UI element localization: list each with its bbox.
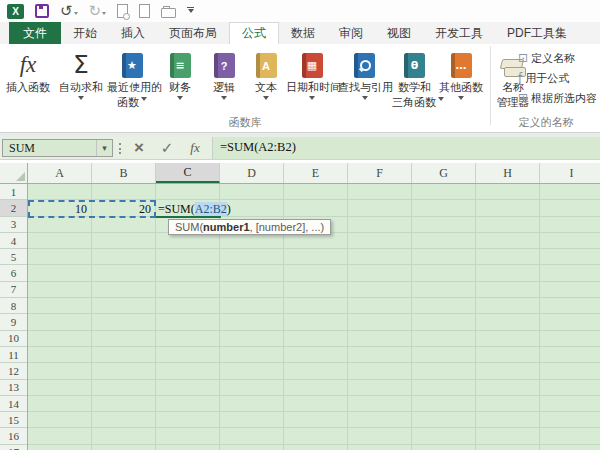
column-headers: A B C D E F G H I xyxy=(28,163,600,184)
tab-home[interactable]: 开始 xyxy=(61,22,109,44)
chevron-down-icon xyxy=(141,97,147,104)
tab-insert[interactable]: 插入 xyxy=(109,22,157,44)
undo-button[interactable]: ↺ xyxy=(60,4,78,18)
name-box[interactable]: SUM ▾ xyxy=(2,139,113,157)
column-header-d[interactable]: D xyxy=(220,163,284,183)
question-book-icon: ? xyxy=(221,60,228,72)
column-header-i[interactable]: I xyxy=(540,163,600,183)
cell-c2-edit[interactable]: =SUM(A2:B2) xyxy=(158,201,231,217)
more-functions-button[interactable]: … 其他函数 xyxy=(438,47,484,103)
tab-page-layout[interactable]: 页面布局 xyxy=(157,22,229,44)
define-name-button[interactable]: ⊡ 定义名称 xyxy=(518,50,575,66)
defined-names-group-label: 定义的名称 xyxy=(492,115,600,130)
lookup-reference-button[interactable]: 查找与引用 xyxy=(338,47,391,103)
row-headers: 1 2 3 4 5 6 7 8 9 10 11 12 13 14 15 16 1… xyxy=(0,184,28,450)
column-header-f[interactable]: F xyxy=(348,163,412,183)
logical-button[interactable]: ? 逻辑 xyxy=(203,47,245,103)
column-header-h[interactable]: H xyxy=(476,163,540,183)
financial-button[interactable]: ≡ 财务 xyxy=(158,47,202,103)
date-time-label: 日期和时间 xyxy=(286,81,338,93)
row-header-3[interactable]: 3 xyxy=(0,217,27,233)
save-icon[interactable] xyxy=(35,4,49,18)
row-header-2[interactable]: 2 xyxy=(0,200,27,216)
marching-ants-selection xyxy=(28,200,156,218)
name-box-value: SUM xyxy=(3,141,96,156)
magnifier-book-icon xyxy=(360,60,371,71)
finance-book-icon: ≡ xyxy=(175,59,184,72)
row-header-13[interactable]: 13 xyxy=(0,380,27,396)
column-header-c[interactable]: C xyxy=(156,163,220,183)
math-trig-label-line2: 三角函数 xyxy=(392,96,436,108)
row-header-10[interactable]: 10 xyxy=(0,331,27,347)
ribbon: fx 插入函数 Σ 自动求和 ★ 最近使用的 函数 ≡ 财务 ? 逻辑 A 文本 xyxy=(0,44,600,133)
row-header-16[interactable]: 16 xyxy=(0,428,27,444)
text-button[interactable]: A 文本 xyxy=(246,47,286,103)
sigma-icon: Σ xyxy=(73,52,89,78)
redo-button[interactable]: ↻ xyxy=(89,4,107,18)
redo-icon: ↻ xyxy=(89,4,102,18)
row-header-15[interactable]: 15 xyxy=(0,412,27,428)
chevron-down-icon xyxy=(221,96,227,103)
tab-view[interactable]: 视图 xyxy=(375,22,423,44)
enter-button[interactable]: ✓ xyxy=(154,138,180,158)
row-header-8[interactable]: 8 xyxy=(0,298,27,314)
formula-suffix: ) xyxy=(227,202,231,216)
column-header-b[interactable]: B xyxy=(92,163,156,183)
row-header-9[interactable]: 9 xyxy=(0,314,27,330)
tab-formulas[interactable]: 公式 xyxy=(229,22,279,44)
tab-data[interactable]: 数据 xyxy=(279,22,327,44)
recently-used-label-line1: 最近使用的 xyxy=(107,81,157,93)
row-header-1[interactable]: 1 xyxy=(0,184,27,200)
row-header-7[interactable]: 7 xyxy=(0,282,27,298)
create-from-selection-label: 根据所选内容 xyxy=(531,91,597,106)
column-header-g[interactable]: G xyxy=(412,163,476,183)
undo-icon: ↺ xyxy=(60,4,73,18)
undo-dropdown-icon[interactable] xyxy=(74,12,78,17)
redo-dropdown-icon[interactable] xyxy=(102,12,106,17)
row-header-17[interactable]: 17 xyxy=(0,445,27,450)
insert-function-button[interactable]: fx 插入函数 xyxy=(2,47,54,93)
active-cell-underline xyxy=(156,216,221,218)
cancel-button[interactable]: × xyxy=(126,138,152,158)
row-header-6[interactable]: 6 xyxy=(0,265,27,281)
chevron-down-icon: ▾ xyxy=(102,143,107,153)
column-header-e[interactable]: E xyxy=(284,163,348,183)
column-header-a[interactable]: A xyxy=(28,163,92,183)
calendar-book-icon: ▦ xyxy=(307,59,317,72)
tab-file[interactable]: 文件 xyxy=(9,22,61,44)
sheet-cells[interactable]: 10 20 =SUM(A2:B2) SUM(number1, [number2]… xyxy=(28,184,600,450)
print-preview-icon[interactable] xyxy=(117,4,128,18)
row-header-14[interactable]: 14 xyxy=(0,396,27,412)
select-all-corner[interactable] xyxy=(0,163,28,184)
customize-quick-access-button[interactable] xyxy=(187,7,194,16)
tab-pdf-tools[interactable]: PDF工具集 xyxy=(495,22,579,44)
row-header-5[interactable]: 5 xyxy=(0,249,27,265)
quick-access-toolbar: X ↺ ↻ xyxy=(0,0,600,22)
formula-input[interactable]: =SUM(A2:B2) xyxy=(212,137,600,159)
name-box-dropdown[interactable]: ▾ xyxy=(96,140,112,156)
create-from-selection-button[interactable]: ⊞ 根据所选内容 xyxy=(518,90,597,106)
row-header-11[interactable]: 11 xyxy=(0,347,27,363)
use-in-formula-button[interactable]: ƒ 用于公式 xyxy=(518,70,569,86)
row-header-12[interactable]: 12 xyxy=(0,363,27,379)
use-in-formula-label: 用于公式 xyxy=(525,71,569,86)
insert-function-fx-button[interactable]: fx xyxy=(182,138,208,158)
tab-developer[interactable]: 开发工具 xyxy=(423,22,495,44)
autosum-button[interactable]: Σ 自动求和 xyxy=(56,47,106,103)
ribbon-tab-bar: 文件 开始 插入 页面布局 公式 数据 审阅 视图 开发工具 PDF工具集 xyxy=(0,22,600,44)
florin-icon: ƒ xyxy=(518,72,522,84)
math-trig-button[interactable]: θ 数学和 三角函数 xyxy=(392,47,437,108)
chevron-down-icon xyxy=(263,96,269,103)
formula-range-ref: A2:B2 xyxy=(195,202,227,216)
tooltip-suffix: , [number2], ...) xyxy=(250,221,325,233)
chevron-down-icon xyxy=(78,96,84,103)
date-time-button[interactable]: ▦ 日期和时间 xyxy=(286,47,338,103)
recently-used-button[interactable]: ★ 最近使用的 函数 xyxy=(107,47,157,108)
open-folder-icon[interactable] xyxy=(161,8,176,18)
tooltip-current-arg: number1 xyxy=(203,221,249,233)
tab-review[interactable]: 审阅 xyxy=(327,22,375,44)
new-document-icon[interactable] xyxy=(139,4,150,18)
function-argument-tooltip: SUM(number1, [number2], ...) xyxy=(168,219,331,235)
star-book-icon: ★ xyxy=(127,59,137,72)
row-header-4[interactable]: 4 xyxy=(0,233,27,249)
